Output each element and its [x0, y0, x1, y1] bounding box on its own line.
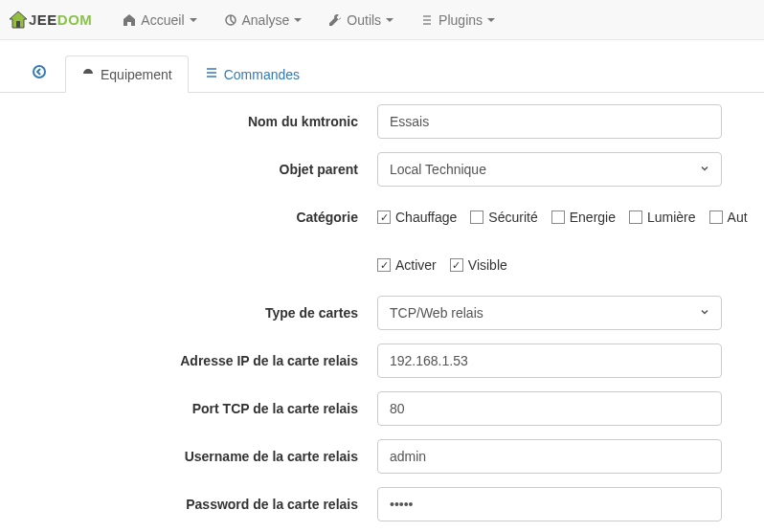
checkbox-icon [450, 258, 463, 272]
nav-analyse[interactable]: Analyse [211, 12, 316, 28]
caret-down-icon [294, 18, 302, 22]
wrench-icon [328, 13, 342, 27]
tab-commandes[interactable]: Commandes [189, 55, 316, 93]
equipement-form: Nom du kmtronic Objet parent Local Techn… [0, 93, 764, 532]
dashboard-icon [81, 66, 95, 82]
tab-equipement[interactable]: Equipement [65, 55, 189, 93]
arrow-left-icon [32, 64, 47, 82]
nav-outils[interactable]: Outils [315, 12, 407, 28]
checkbox-icon [377, 258, 391, 272]
back-button[interactable] [13, 54, 65, 93]
label-type-cartes: Type de cartes [13, 305, 377, 321]
caret-down-icon [386, 18, 393, 22]
nom-input[interactable] [377, 104, 722, 139]
caret-down-icon [487, 18, 495, 22]
nav-outils-label: Outils [347, 12, 381, 28]
checkbox-icon [629, 211, 642, 224]
nav-plugins[interactable]: Plugins [407, 12, 508, 28]
category-label: Sécurité [488, 210, 537, 225]
nav-home-label: Accueil [141, 12, 184, 28]
tab-bar: Equipement Commandes [0, 40, 764, 93]
label-nom: Nom du kmtronic [13, 114, 377, 129]
svg-point-8 [34, 66, 45, 78]
label-parent: Objet parent [13, 162, 377, 177]
nav-analyse-label: Analyse [242, 12, 290, 28]
caret-down-icon [190, 18, 197, 22]
categories-row: ChauffageSécuritéEnergieLumièreAut [377, 200, 751, 234]
visible-checkbox[interactable]: Visible [450, 257, 507, 273]
flags-row: Activer Visible [377, 248, 751, 282]
logo-text: JEEDOM [29, 11, 92, 28]
label-categorie: Catégorie [13, 210, 377, 225]
category-securite[interactable]: Sécurité [470, 210, 537, 225]
home-icon [123, 13, 136, 27]
tab-commandes-label: Commandes [224, 67, 300, 82]
category-lumiere[interactable]: Lumière [629, 210, 696, 225]
svg-rect-1 [16, 21, 20, 28]
category-chauffage[interactable]: Chauffage [377, 210, 457, 225]
nav-plugins-label: Plugins [438, 12, 483, 28]
plugins-icon [420, 13, 434, 27]
top-navbar: JEEDOM Accueil Analyse Outils Plugins [0, 0, 764, 40]
activer-checkbox[interactable]: Activer [377, 257, 437, 273]
category-label: Lumière [647, 210, 696, 225]
tab-equipement-label: Equipement [101, 67, 172, 82]
nav-home[interactable]: Accueil [109, 12, 210, 28]
analyse-icon [224, 13, 237, 27]
checkbox-icon [377, 211, 391, 224]
category-autre[interactable]: Aut [709, 210, 748, 225]
category-label: Energie [570, 210, 616, 225]
port-input[interactable] [377, 391, 722, 426]
parent-select[interactable]: Local Technique [377, 152, 722, 187]
label-ip: Adresse IP de la carte relais [13, 353, 377, 368]
type-cartes-select[interactable]: TCP/Web relais [377, 296, 722, 330]
checkbox-icon [551, 211, 565, 224]
activer-label: Activer [395, 257, 437, 273]
list-icon [205, 66, 218, 82]
house-icon [8, 11, 29, 30]
checkbox-icon [709, 211, 723, 224]
category-label: Aut [728, 210, 748, 225]
ip-input[interactable] [377, 344, 722, 378]
category-energie[interactable]: Energie [551, 210, 616, 225]
logo[interactable]: JEEDOM [8, 11, 92, 30]
pass-input[interactable] [377, 487, 722, 521]
svg-line-4 [231, 20, 234, 23]
checkbox-icon [470, 211, 483, 224]
label-user: Username de la carte relais [13, 449, 377, 464]
category-label: Chauffage [395, 210, 457, 225]
visible-label: Visible [468, 257, 507, 273]
user-input[interactable] [377, 439, 722, 474]
label-pass: Password de la carte relais [13, 497, 377, 512]
label-port: Port TCP de la carte relais [13, 401, 377, 416]
